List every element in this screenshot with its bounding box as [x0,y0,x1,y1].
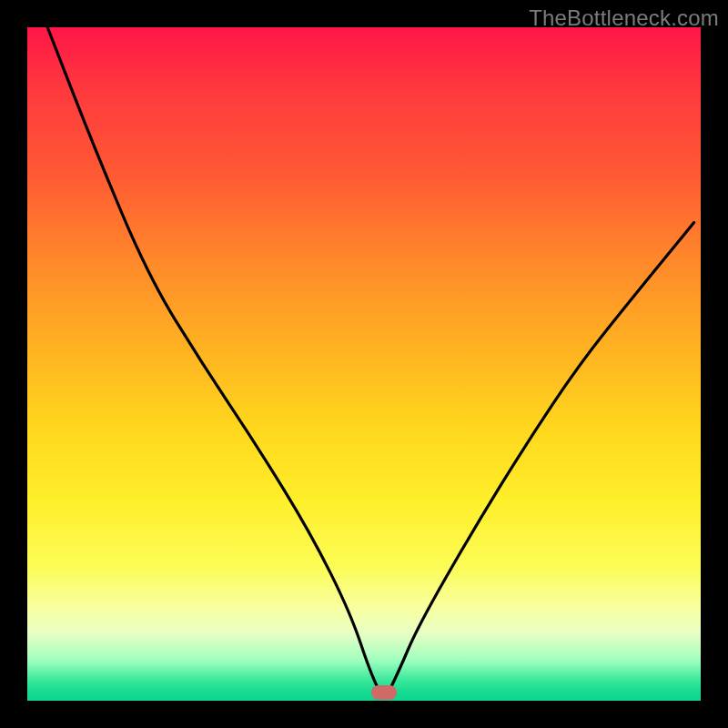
bottleneck-curve-path [47,27,693,694]
plot-area [27,27,701,701]
chart-frame: TheBottleneck.com [0,0,728,728]
optimum-marker [371,685,397,700]
curve-svg [27,27,701,701]
watermark-text: TheBottleneck.com [529,5,719,31]
